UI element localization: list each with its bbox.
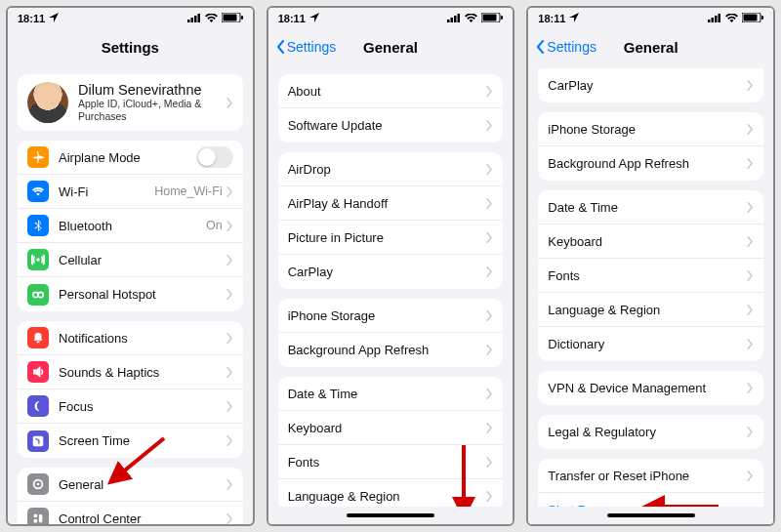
back-button[interactable]: Settings xyxy=(534,39,596,55)
notifications-row[interactable]: Notifications xyxy=(18,321,243,355)
wifi-value: Home_Wi-Fi xyxy=(154,184,222,198)
svg-rect-24 xyxy=(501,16,503,20)
apple-id-row[interactable]: Dilum Senevirathne Apple ID, iCloud+, Me… xyxy=(18,74,243,131)
home-indicator[interactable] xyxy=(268,507,514,524)
row-label: Date & Time xyxy=(548,200,747,215)
row-label: Cellular xyxy=(59,253,226,267)
svg-rect-5 xyxy=(223,15,236,21)
svg-rect-27 xyxy=(712,18,715,22)
bg-refresh-row[interactable]: Background App Refresh xyxy=(538,146,763,181)
language-row[interactable]: Language & Region xyxy=(278,479,504,507)
bluetooth-row[interactable]: Bluetooth On xyxy=(18,209,243,243)
row-label: Fonts xyxy=(548,268,747,283)
language-row[interactable]: Language & Region xyxy=(538,293,763,327)
status-bar: 18:11 xyxy=(528,8,773,29)
battery-icon xyxy=(222,13,243,24)
row-label: Control Center xyxy=(59,512,226,525)
row-label: Date & Time xyxy=(288,387,487,401)
wifi-icon xyxy=(725,13,738,24)
general-row[interactable]: General xyxy=(18,468,243,502)
screen-general-top: 18:11 Settings General About Software Up… xyxy=(267,6,515,526)
row-label: VPN & Device Management xyxy=(548,381,747,395)
hotspot-icon xyxy=(27,284,49,306)
airplane-mode-row[interactable]: Airplane Mode xyxy=(18,141,243,175)
svg-rect-3 xyxy=(197,14,200,22)
svg-rect-31 xyxy=(744,15,758,21)
row-label: Dictionary xyxy=(548,337,747,351)
pip-row[interactable]: Picture in Picture xyxy=(278,221,504,255)
svg-rect-14 xyxy=(39,514,43,523)
airplane-toggle[interactable] xyxy=(196,146,233,168)
chevron-icon xyxy=(226,401,233,412)
row-label: Wi-Fi xyxy=(59,184,154,199)
date-time-row[interactable]: Date & Time xyxy=(278,377,504,411)
chevron-icon xyxy=(486,266,493,277)
airdrop-row[interactable]: AirDrop xyxy=(278,152,504,186)
chevron-icon xyxy=(226,221,233,231)
carplay-row[interactable]: CarPlay xyxy=(278,255,504,289)
focus-row[interactable]: Focus xyxy=(18,389,243,424)
storage-row[interactable]: iPhone Storage xyxy=(538,112,763,146)
page-title: General xyxy=(363,39,418,56)
back-button[interactable]: Settings xyxy=(274,39,337,55)
chevron-icon xyxy=(747,339,754,349)
back-label: Settings xyxy=(287,39,337,55)
navbar: Settings General xyxy=(528,29,773,64)
control-center-row[interactable]: Control Center xyxy=(18,502,243,524)
screentime-row[interactable]: Screen Time xyxy=(18,424,243,458)
cellular-row[interactable]: Cellular xyxy=(18,243,243,277)
row-label: Shut Down xyxy=(548,503,754,507)
screen-general-bottom: 18:11 Settings General CarPlay iPhone St… xyxy=(526,6,775,526)
airplay-row[interactable]: AirPlay & Handoff xyxy=(278,186,504,221)
wifi-icon xyxy=(27,181,49,202)
shut-down-row[interactable]: Shut Down xyxy=(538,493,763,507)
gear-icon xyxy=(27,473,49,495)
row-label: Legal & Regulatory xyxy=(548,425,747,439)
chevron-icon xyxy=(486,232,493,243)
chevron-icon xyxy=(226,255,233,266)
profile-name: Dilum Senevirathne xyxy=(78,82,226,98)
row-label: About xyxy=(288,84,487,99)
wifi-row[interactable]: Wi-Fi Home_Wi-Fi xyxy=(18,175,243,209)
row-label: Sounds & Haptics xyxy=(59,365,226,380)
vpn-row[interactable]: VPN & Device Management xyxy=(538,371,763,405)
chevron-icon xyxy=(486,198,493,209)
svg-point-7 xyxy=(36,258,40,262)
location-icon xyxy=(49,13,59,24)
chevron-icon xyxy=(747,158,754,169)
chevron-icon xyxy=(747,124,754,135)
row-label: AirDrop xyxy=(288,162,487,177)
back-label: Settings xyxy=(547,39,596,55)
storage-row[interactable]: iPhone Storage xyxy=(278,299,504,333)
about-row[interactable]: About xyxy=(278,74,504,108)
status-time: 18:11 xyxy=(538,13,565,24)
sounds-row[interactable]: Sounds & Haptics xyxy=(18,355,243,389)
software-update-row[interactable]: Software Update xyxy=(278,108,504,143)
chevron-icon xyxy=(486,164,493,175)
chevron-icon xyxy=(226,333,233,344)
hotspot-row[interactable]: Personal Hotspot xyxy=(18,277,243,311)
keyboard-row[interactable]: Keyboard xyxy=(538,225,763,259)
chevron-icon xyxy=(226,367,233,378)
legal-row[interactable]: Legal & Regulatory xyxy=(538,415,763,449)
home-indicator[interactable] xyxy=(528,507,773,524)
date-time-row[interactable]: Date & Time xyxy=(538,190,763,225)
row-label: Language & Region xyxy=(288,489,487,504)
svg-rect-13 xyxy=(34,514,38,518)
fonts-row[interactable]: Fonts xyxy=(278,445,504,479)
carplay-row[interactable]: CarPlay xyxy=(538,68,763,102)
wifi-icon xyxy=(205,13,218,24)
bg-refresh-row[interactable]: Background App Refresh xyxy=(278,333,504,367)
row-label: iPhone Storage xyxy=(548,122,747,137)
battery-icon xyxy=(481,13,503,24)
row-label: Transfer or Reset iPhone xyxy=(548,469,747,483)
fonts-row[interactable]: Fonts xyxy=(538,259,763,293)
transfer-reset-row[interactable]: Transfer or Reset iPhone xyxy=(538,459,763,493)
row-label: Keyboard xyxy=(288,421,487,435)
chevron-icon xyxy=(747,305,754,315)
dictionary-row[interactable]: Dictionary xyxy=(538,327,763,361)
keyboard-row[interactable]: Keyboard xyxy=(278,411,504,445)
notifications-icon xyxy=(27,327,49,348)
svg-rect-29 xyxy=(719,14,721,22)
chevron-icon xyxy=(226,98,233,108)
